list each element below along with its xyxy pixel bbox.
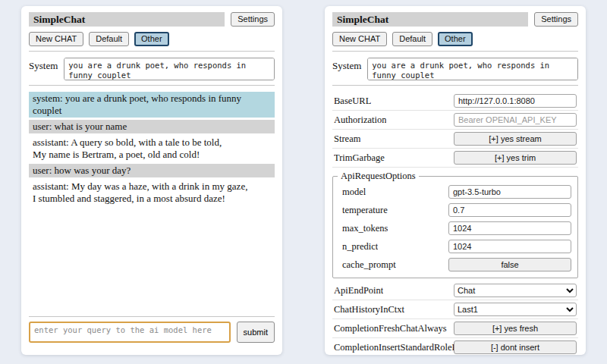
completioninsertstandardroleprefix-label: CompletionInsertStandardRolePrefix <box>334 342 454 353</box>
authorization-label: Authorization <box>334 115 386 126</box>
header: SimpleChat Settings <box>332 12 578 27</box>
settings-list: BaseURL Authorization Stream [+] yes str… <box>332 92 578 355</box>
setting-row-temperature: temperature <box>342 201 571 219</box>
submit-button[interactable]: submit <box>237 322 275 343</box>
header: SimpleChat Settings <box>29 12 275 27</box>
setting-row-trimgarbage: TrimGarbage [+] yes trim <box>332 149 578 168</box>
sessions-row: New CHAT Default Other <box>29 32 275 46</box>
max-tokens-label: max_tokens <box>342 223 388 234</box>
n-predict-input[interactable] <box>448 240 571 253</box>
setting-row-authorization: Authorization <box>332 111 578 130</box>
stream-label: Stream <box>334 133 360 145</box>
setting-row-model: model <box>342 183 571 201</box>
setting-row-completionfreshchatalways: CompletionFreshChatAlways [+] yes fresh <box>332 319 578 338</box>
setting-row-n-predict: n_predict <box>342 237 571 256</box>
session-button-other[interactable]: Other <box>438 32 473 46</box>
completionfreshchatalways-toggle-button[interactable]: [+] yes fresh <box>454 322 577 335</box>
divider <box>29 51 275 52</box>
api-request-options-fieldset: ApiRequestOptions model temperature max_… <box>332 171 578 278</box>
baseurl-label: BaseURL <box>334 96 371 107</box>
trimgarbage-toggle-button[interactable]: [+] yes trim <box>454 151 577 165</box>
chat-message-assistant: assistant: A query so bold, with a tale … <box>29 136 275 162</box>
system-prompt-row: System you are a drunk poet, who respond… <box>332 58 578 80</box>
chat-panel: SimpleChat Settings New CHAT Default Oth… <box>21 6 282 355</box>
query-area: submit <box>29 312 275 349</box>
temperature-label: temperature <box>342 205 388 216</box>
system-prompt-input[interactable]: you are a drunk poet, who responds in fu… <box>64 58 275 80</box>
authorization-input[interactable] <box>454 113 577 127</box>
chat-message-assistant: assistant: My day was a haze, with a dri… <box>29 180 275 206</box>
model-input[interactable] <box>448 185 571 199</box>
system-prompt-row: System you are a drunk poet, who respond… <box>29 58 275 80</box>
query-input[interactable] <box>29 322 231 343</box>
chathistoryinctxt-label: ChatHistoryInCtxt <box>334 304 404 315</box>
baseurl-input[interactable] <box>454 94 577 108</box>
setting-row-cache-prompt: cache_prompt false <box>342 256 571 274</box>
n-predict-label: n_predict <box>342 241 378 253</box>
query-row: submit <box>29 322 275 343</box>
app-title: SimpleChat <box>29 12 225 27</box>
max-tokens-input[interactable] <box>448 221 571 235</box>
system-label: System <box>332 58 361 72</box>
chat-history: system: you are a drunk poet, who respon… <box>29 92 275 208</box>
setting-row-stream: Stream [+] yes stream <box>332 130 578 149</box>
apiendpoint-select[interactable]: Chat <box>454 284 577 297</box>
setting-row-max-tokens: max_tokens <box>342 219 571 237</box>
completionfreshchatalways-label: CompletionFreshChatAlways <box>334 323 447 334</box>
model-label: model <box>342 187 366 198</box>
divider <box>29 316 275 317</box>
setting-row-chathistoryinctxt: ChatHistoryInCtxt Last1 <box>332 300 578 319</box>
trimgarbage-label: TrimGarbage <box>334 152 385 164</box>
chat-message-system: system: you are a drunk poet, who respon… <box>29 92 275 118</box>
new-chat-button[interactable]: New CHAT <box>29 32 83 46</box>
session-button-default[interactable]: Default <box>392 32 432 46</box>
system-label: System <box>29 58 58 72</box>
chat-message-user: user: what is your name <box>29 120 275 133</box>
cache-prompt-toggle-button[interactable]: false <box>448 258 571 271</box>
settings-button[interactable]: Settings <box>534 12 578 27</box>
settings-panel: SimpleChat Settings New CHAT Default Oth… <box>325 6 586 355</box>
chathistoryinctxt-select[interactable]: Last1 <box>454 303 577 316</box>
divider <box>332 85 578 86</box>
completioninsertstandardroleprefix-toggle-button[interactable]: [-] dont insert <box>454 340 577 354</box>
app-title: SimpleChat <box>332 12 528 27</box>
divider <box>332 51 578 52</box>
session-button-other[interactable]: Other <box>134 32 169 46</box>
stream-toggle-button[interactable]: [+] yes stream <box>454 132 577 146</box>
setting-row-completioninsertstandardroleprefix: CompletionInsertStandardRolePrefix [-] d… <box>332 338 578 355</box>
temperature-input[interactable] <box>448 203 571 217</box>
cache-prompt-label: cache_prompt <box>342 259 396 271</box>
session-button-default[interactable]: Default <box>89 32 129 46</box>
new-chat-button[interactable]: New CHAT <box>332 32 387 46</box>
setting-row-apiendpoint: ApiEndPoint Chat <box>332 281 578 300</box>
system-prompt-input[interactable]: you are a drunk poet, who responds in fu… <box>367 58 578 80</box>
chat-message-user: user: how was your day? <box>29 164 275 177</box>
settings-button[interactable]: Settings <box>231 12 275 27</box>
apiendpoint-label: ApiEndPoint <box>334 285 383 297</box>
setting-row-baseurl: BaseURL <box>332 92 578 111</box>
divider <box>29 85 275 86</box>
sessions-row: New CHAT Default Other <box>332 32 578 46</box>
api-request-options-legend: ApiRequestOptions <box>338 171 419 182</box>
